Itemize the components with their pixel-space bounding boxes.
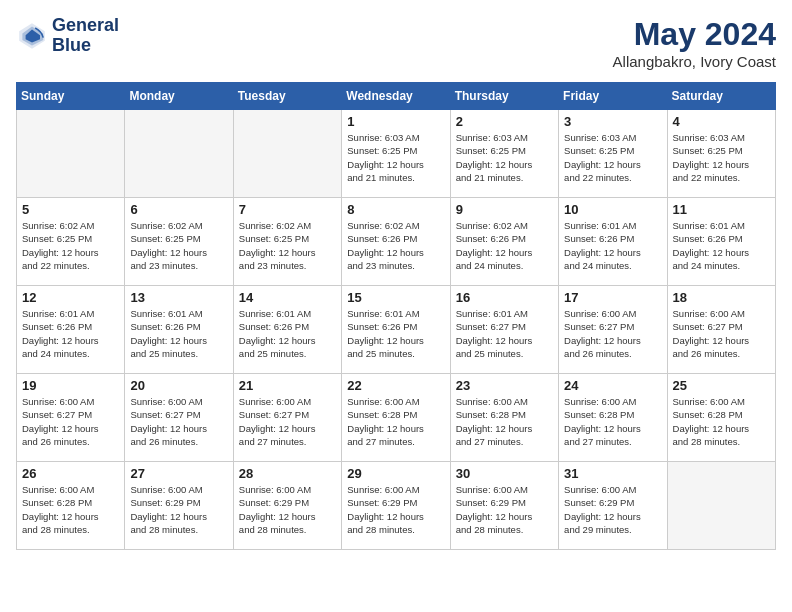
calendar-cell: 9Sunrise: 6:02 AM Sunset: 6:26 PM Daylig…	[450, 198, 558, 286]
calendar-cell: 20Sunrise: 6:00 AM Sunset: 6:27 PM Dayli…	[125, 374, 233, 462]
weekday-sunday: Sunday	[17, 83, 125, 110]
day-info: Sunrise: 6:03 AM Sunset: 6:25 PM Dayligh…	[673, 131, 770, 184]
weekday-wednesday: Wednesday	[342, 83, 450, 110]
title-block: May 2024 Allangbakro, Ivory Coast	[613, 16, 776, 70]
day-info: Sunrise: 6:00 AM Sunset: 6:28 PM Dayligh…	[673, 395, 770, 448]
calendar-cell: 12Sunrise: 6:01 AM Sunset: 6:26 PM Dayli…	[17, 286, 125, 374]
calendar-table: SundayMondayTuesdayWednesdayThursdayFrid…	[16, 82, 776, 550]
calendar-cell: 7Sunrise: 6:02 AM Sunset: 6:25 PM Daylig…	[233, 198, 341, 286]
calendar-cell: 13Sunrise: 6:01 AM Sunset: 6:26 PM Dayli…	[125, 286, 233, 374]
day-info: Sunrise: 6:00 AM Sunset: 6:29 PM Dayligh…	[456, 483, 553, 536]
day-number: 27	[130, 466, 227, 481]
day-info: Sunrise: 6:01 AM Sunset: 6:26 PM Dayligh…	[347, 307, 444, 360]
day-number: 29	[347, 466, 444, 481]
weekday-header-row: SundayMondayTuesdayWednesdayThursdayFrid…	[17, 83, 776, 110]
day-info: Sunrise: 6:00 AM Sunset: 6:28 PM Dayligh…	[22, 483, 119, 536]
calendar-cell: 23Sunrise: 6:00 AM Sunset: 6:28 PM Dayli…	[450, 374, 558, 462]
calendar-cell: 8Sunrise: 6:02 AM Sunset: 6:26 PM Daylig…	[342, 198, 450, 286]
day-info: Sunrise: 6:00 AM Sunset: 6:27 PM Dayligh…	[130, 395, 227, 448]
calendar-cell: 11Sunrise: 6:01 AM Sunset: 6:26 PM Dayli…	[667, 198, 775, 286]
day-number: 15	[347, 290, 444, 305]
day-number: 24	[564, 378, 661, 393]
calendar-cell: 3Sunrise: 6:03 AM Sunset: 6:25 PM Daylig…	[559, 110, 667, 198]
day-number: 21	[239, 378, 336, 393]
calendar-cell: 2Sunrise: 6:03 AM Sunset: 6:25 PM Daylig…	[450, 110, 558, 198]
weekday-friday: Friday	[559, 83, 667, 110]
day-number: 10	[564, 202, 661, 217]
calendar-cell: 6Sunrise: 6:02 AM Sunset: 6:25 PM Daylig…	[125, 198, 233, 286]
day-number: 17	[564, 290, 661, 305]
logo-icon	[16, 20, 48, 52]
day-number: 26	[22, 466, 119, 481]
day-info: Sunrise: 6:00 AM Sunset: 6:27 PM Dayligh…	[22, 395, 119, 448]
calendar-cell: 29Sunrise: 6:00 AM Sunset: 6:29 PM Dayli…	[342, 462, 450, 550]
day-info: Sunrise: 6:01 AM Sunset: 6:26 PM Dayligh…	[239, 307, 336, 360]
day-info: Sunrise: 6:02 AM Sunset: 6:26 PM Dayligh…	[347, 219, 444, 272]
day-number: 23	[456, 378, 553, 393]
calendar-cell: 26Sunrise: 6:00 AM Sunset: 6:28 PM Dayli…	[17, 462, 125, 550]
weekday-saturday: Saturday	[667, 83, 775, 110]
calendar-cell: 30Sunrise: 6:00 AM Sunset: 6:29 PM Dayli…	[450, 462, 558, 550]
day-info: Sunrise: 6:00 AM Sunset: 6:29 PM Dayligh…	[239, 483, 336, 536]
weekday-thursday: Thursday	[450, 83, 558, 110]
calendar-cell: 16Sunrise: 6:01 AM Sunset: 6:27 PM Dayli…	[450, 286, 558, 374]
calendar-cell: 18Sunrise: 6:00 AM Sunset: 6:27 PM Dayli…	[667, 286, 775, 374]
calendar-cell: 14Sunrise: 6:01 AM Sunset: 6:26 PM Dayli…	[233, 286, 341, 374]
day-info: Sunrise: 6:02 AM Sunset: 6:25 PM Dayligh…	[239, 219, 336, 272]
day-info: Sunrise: 6:00 AM Sunset: 6:27 PM Dayligh…	[673, 307, 770, 360]
day-number: 13	[130, 290, 227, 305]
calendar-cell: 5Sunrise: 6:02 AM Sunset: 6:25 PM Daylig…	[17, 198, 125, 286]
day-number: 8	[347, 202, 444, 217]
day-info: Sunrise: 6:01 AM Sunset: 6:26 PM Dayligh…	[564, 219, 661, 272]
day-number: 18	[673, 290, 770, 305]
logo-text: General Blue	[52, 16, 119, 56]
day-info: Sunrise: 6:03 AM Sunset: 6:25 PM Dayligh…	[456, 131, 553, 184]
calendar-cell: 10Sunrise: 6:01 AM Sunset: 6:26 PM Dayli…	[559, 198, 667, 286]
day-info: Sunrise: 6:00 AM Sunset: 6:28 PM Dayligh…	[456, 395, 553, 448]
calendar-cell: 21Sunrise: 6:00 AM Sunset: 6:27 PM Dayli…	[233, 374, 341, 462]
weekday-monday: Monday	[125, 83, 233, 110]
day-number: 7	[239, 202, 336, 217]
month-year: May 2024	[613, 16, 776, 53]
day-number: 14	[239, 290, 336, 305]
day-number: 3	[564, 114, 661, 129]
day-info: Sunrise: 6:00 AM Sunset: 6:27 PM Dayligh…	[564, 307, 661, 360]
calendar-cell	[125, 110, 233, 198]
calendar-cell: 19Sunrise: 6:00 AM Sunset: 6:27 PM Dayli…	[17, 374, 125, 462]
calendar-cell	[17, 110, 125, 198]
day-number: 2	[456, 114, 553, 129]
day-number: 4	[673, 114, 770, 129]
day-number: 6	[130, 202, 227, 217]
day-number: 16	[456, 290, 553, 305]
day-info: Sunrise: 6:00 AM Sunset: 6:27 PM Dayligh…	[239, 395, 336, 448]
calendar-cell	[233, 110, 341, 198]
day-number: 19	[22, 378, 119, 393]
calendar-body: 1Sunrise: 6:03 AM Sunset: 6:25 PM Daylig…	[17, 110, 776, 550]
day-info: Sunrise: 6:03 AM Sunset: 6:25 PM Dayligh…	[347, 131, 444, 184]
day-info: Sunrise: 6:00 AM Sunset: 6:28 PM Dayligh…	[564, 395, 661, 448]
day-number: 31	[564, 466, 661, 481]
calendar-week-5: 26Sunrise: 6:00 AM Sunset: 6:28 PM Dayli…	[17, 462, 776, 550]
day-number: 5	[22, 202, 119, 217]
day-info: Sunrise: 6:00 AM Sunset: 6:29 PM Dayligh…	[564, 483, 661, 536]
calendar-week-2: 5Sunrise: 6:02 AM Sunset: 6:25 PM Daylig…	[17, 198, 776, 286]
calendar-week-3: 12Sunrise: 6:01 AM Sunset: 6:26 PM Dayli…	[17, 286, 776, 374]
day-info: Sunrise: 6:01 AM Sunset: 6:26 PM Dayligh…	[130, 307, 227, 360]
calendar-week-4: 19Sunrise: 6:00 AM Sunset: 6:27 PM Dayli…	[17, 374, 776, 462]
day-info: Sunrise: 6:00 AM Sunset: 6:29 PM Dayligh…	[347, 483, 444, 536]
day-info: Sunrise: 6:01 AM Sunset: 6:26 PM Dayligh…	[673, 219, 770, 272]
day-info: Sunrise: 6:02 AM Sunset: 6:25 PM Dayligh…	[130, 219, 227, 272]
calendar-cell: 24Sunrise: 6:00 AM Sunset: 6:28 PM Dayli…	[559, 374, 667, 462]
location: Allangbakro, Ivory Coast	[613, 53, 776, 70]
day-number: 30	[456, 466, 553, 481]
day-number: 12	[22, 290, 119, 305]
day-number: 20	[130, 378, 227, 393]
day-number: 11	[673, 202, 770, 217]
calendar-cell: 27Sunrise: 6:00 AM Sunset: 6:29 PM Dayli…	[125, 462, 233, 550]
calendar-cell: 15Sunrise: 6:01 AM Sunset: 6:26 PM Dayli…	[342, 286, 450, 374]
logo: General Blue	[16, 16, 119, 56]
weekday-tuesday: Tuesday	[233, 83, 341, 110]
calendar-cell	[667, 462, 775, 550]
calendar-cell: 31Sunrise: 6:00 AM Sunset: 6:29 PM Dayli…	[559, 462, 667, 550]
day-number: 28	[239, 466, 336, 481]
